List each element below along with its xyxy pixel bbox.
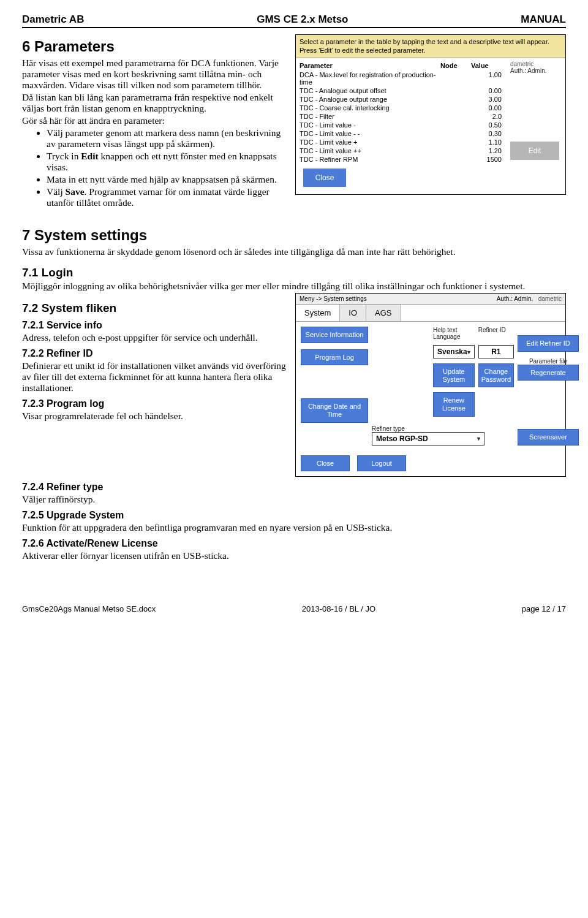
chevron-down-icon: ▾ xyxy=(467,349,470,355)
change-date-button[interactable]: Change Date and Time xyxy=(301,398,368,422)
brand-logo: dametric xyxy=(510,61,559,67)
edit-refiner-id-button[interactable]: Edit Refiner ID xyxy=(518,335,579,352)
table-row[interactable]: TDC - Limit value - -0.30 xyxy=(300,129,504,138)
section-7-1-heading: 7.1 Login xyxy=(22,266,566,279)
screensaver-button[interactable]: Screensaver xyxy=(518,429,579,446)
col-value: Value xyxy=(471,62,504,69)
header-right: MANUAL xyxy=(521,13,566,26)
table-row[interactable]: TDC - Analogue output offset0.00 xyxy=(300,86,504,95)
table-row[interactable]: TDC - Limit value -0.50 xyxy=(300,121,504,129)
system-settings-screenshot: Meny -> System settings Auth.: Admin. da… xyxy=(295,293,566,477)
tab-io[interactable]: IO xyxy=(340,305,366,321)
footer-center: 2013-08-16 / BL / JO xyxy=(302,604,375,613)
tab-ags[interactable]: AGS xyxy=(366,305,401,321)
section-7-2-4-heading: 7.2.4 Refiner type xyxy=(22,482,566,493)
auth-label: Auth.: Admin. xyxy=(510,67,559,74)
edit-button[interactable]: Edit xyxy=(510,142,559,160)
table-row[interactable]: TDC - Filter2.0 xyxy=(300,112,504,121)
sec725-p: Funktion för att uppgradera den befintli… xyxy=(22,522,566,533)
sec726-p: Aktiverar eller förnyar licensen utifrån… xyxy=(22,550,566,561)
brand-logo: dametric xyxy=(538,295,562,302)
header-center: GMS CE 2.x Metso xyxy=(257,13,348,26)
update-system-button[interactable]: Update System xyxy=(433,363,475,387)
service-info-button[interactable]: Service Information xyxy=(301,327,368,343)
table-row[interactable]: TDC - Limit value +1.10 xyxy=(300,138,504,146)
logout-button[interactable]: Logout xyxy=(357,455,406,472)
header-left: Dametric AB xyxy=(22,13,84,26)
table-row[interactable]: TDC - Coarse cal. interlocking0.00 xyxy=(300,104,504,112)
breadcrumb: Meny -> System settings xyxy=(300,295,367,302)
footer-right: page 12 / 17 xyxy=(522,604,566,613)
program-log-button[interactable]: Program Log xyxy=(301,349,368,366)
close-button[interactable]: Close xyxy=(301,455,350,472)
renew-license-button[interactable]: Renew License xyxy=(433,392,475,416)
table-row[interactable]: TDC - Analogue output range3.00 xyxy=(300,95,504,104)
change-password-button[interactable]: Change Password xyxy=(478,363,514,387)
refiner-id-label: Refiner ID xyxy=(478,327,514,340)
refiner-type-value: Metso RGP-SD xyxy=(376,434,428,443)
language-value: Svenska xyxy=(437,347,467,356)
param-file-label: Parameter file xyxy=(518,358,579,365)
refiner-type-label: Refiner type xyxy=(372,425,514,432)
language-dropdown[interactable]: Svenska ▾ xyxy=(433,345,475,358)
param-table-head: Parameter Node Value xyxy=(300,61,504,70)
tab-system[interactable]: System xyxy=(296,305,340,321)
parameters-screenshot: Select a parameter in the table by tappi… xyxy=(295,34,566,195)
section-7-2-6-heading: 7.2.6 Activate/Renew License xyxy=(22,538,566,549)
regenerate-button[interactable]: Regenerate xyxy=(518,365,579,381)
screenshot1-instruction: Select a parameter in the table by tappi… xyxy=(296,35,565,58)
table-row[interactable]: TDC - Limit value ++1.20 xyxy=(300,146,504,155)
section-7-heading: 7 System settings xyxy=(22,227,566,244)
col-node: Node xyxy=(440,62,471,69)
chevron-down-icon: ▾ xyxy=(477,435,480,442)
s1-hint-2: Press 'Edit' to edit the selected parame… xyxy=(300,46,562,55)
table-row[interactable]: DCA - Max.level for registration of prod… xyxy=(300,70,504,86)
sec7-p1: Vissa av funktionerna är skyddade genom … xyxy=(22,246,566,257)
help-lang-label: Help text Language xyxy=(433,327,475,340)
page-header: Dametric AB GMS CE 2.x Metso MANUAL xyxy=(22,13,566,28)
section-7-2-5-heading: 7.2.5 Upgrade System xyxy=(22,510,566,521)
refiner-type-dropdown[interactable]: Metso RGP-SD ▾ xyxy=(372,432,484,446)
refiner-id-value: R1 xyxy=(478,345,514,358)
footer-left: GmsCe20Ags Manual Metso SE.docx xyxy=(22,604,156,613)
table-row[interactable]: TDC - Refiner RPM1500 xyxy=(300,155,504,164)
sec724-p: Väljer raffinörstyp. xyxy=(22,494,566,505)
s1-hint-1: Select a parameter in the table by tappi… xyxy=(300,37,562,46)
col-parameter: Parameter xyxy=(300,62,440,69)
tab-bar: System IO AGS xyxy=(296,305,565,322)
close-button[interactable]: Close xyxy=(303,169,346,187)
auth-label: Auth.: Admin. xyxy=(497,295,533,302)
sec71-p: Möjliggör inloggning av olika behörighet… xyxy=(22,281,566,292)
page-footer: GmsCe20Ags Manual Metso SE.docx 2013-08-… xyxy=(22,604,566,613)
